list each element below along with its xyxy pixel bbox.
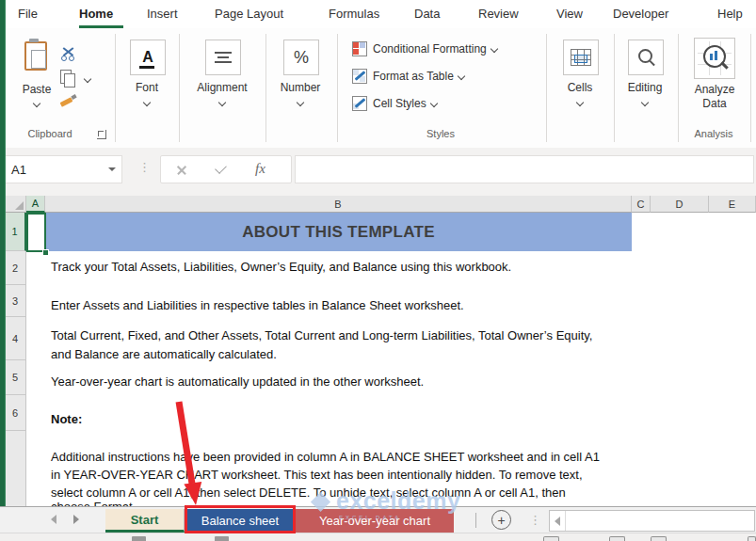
analyze-data-label: Data (702, 97, 726, 110)
cell-text[interactable]: Enter Assets and Liabilities in respecti… (51, 298, 464, 312)
formula-bar-row: A1 ⋮ fx (0, 148, 756, 196)
ribbon-tab-help[interactable]: Help (717, 7, 743, 21)
ribbon-tab-data[interactable]: Data (414, 7, 440, 21)
status-icon[interactable] (748, 536, 756, 541)
font-button[interactable]: A (130, 40, 166, 75)
cell-text[interactable]: Additional instructions have been provid… (51, 450, 600, 464)
magnifier-icon (649, 60, 655, 67)
ribbon-tab-file[interactable]: File (18, 7, 38, 21)
analyze-data-label: Analyze (695, 83, 735, 96)
enter-icon[interactable] (215, 162, 227, 174)
name-box-dropdown[interactable] (102, 155, 122, 183)
insert-function-icon[interactable]: fx (255, 161, 265, 177)
group-divider (179, 34, 180, 142)
new-sheet-button[interactable]: + (491, 510, 511, 530)
select-all-icon (15, 201, 24, 210)
sheet-tab-balance-sheet[interactable]: Balance sheet (187, 509, 293, 533)
chevron-down-icon (33, 100, 40, 107)
view-page-break-icon[interactable] (651, 536, 667, 541)
tab-scroll-left-icon[interactable] (51, 515, 56, 524)
number-button[interactable]: % (283, 40, 319, 75)
cells-label: Cells (568, 81, 593, 94)
arrow-left-icon (555, 517, 560, 526)
chevron-down-icon (297, 99, 304, 106)
ribbon-tab-formulas[interactable]: Formulas (329, 7, 379, 21)
font-label: Font (136, 81, 158, 94)
status-icon[interactable] (132, 536, 146, 541)
sheet-tab-bar: Start Balance sheet Year-over-year chart… (0, 506, 756, 533)
fill-handle[interactable] (42, 249, 49, 256)
group-divider (614, 34, 615, 142)
alignment-icon (217, 56, 229, 58)
ribbon-tab-page-layout[interactable]: Page Layout (215, 7, 283, 21)
chevron-down-icon (576, 99, 584, 106)
horizontal-scrollbar[interactable] (549, 510, 755, 532)
column-header-b[interactable]: B (45, 196, 632, 213)
formula-bar-grip[interactable]: ⋮ (138, 160, 151, 174)
paste-page-icon (31, 50, 46, 69)
cell-text[interactable]: Total Current, Fixed, and Other Assets, … (51, 328, 592, 342)
group-divider (265, 34, 266, 142)
row-header-3[interactable]: 3 (5, 285, 26, 317)
column-header-d[interactable]: D (651, 196, 709, 213)
column-header-a[interactable]: A (26, 196, 45, 213)
cell-styles-button[interactable]: Cell Styles (352, 96, 437, 111)
status-icon[interactable] (215, 536, 229, 541)
view-page-layout-icon[interactable] (609, 536, 625, 541)
editing-button[interactable] (628, 40, 664, 75)
dialog-launcher-icon[interactable] (97, 130, 106, 139)
view-normal-icon[interactable] (543, 536, 559, 541)
row-header-5[interactable]: 5 (5, 360, 26, 395)
alignment-icon (215, 52, 232, 54)
cell-text[interactable]: select column A or cell A1, then select … (51, 485, 566, 500)
chevron-down-icon (490, 45, 497, 53)
cell-text[interactable]: and Balance are automatically calculated… (51, 347, 277, 361)
ribbon-tab-view[interactable]: View (556, 7, 583, 21)
analyze-data-icon (694, 38, 735, 79)
alignment-label: Alignment (197, 81, 247, 94)
editing-label: Editing (628, 81, 663, 94)
format-painter-icon (71, 94, 76, 100)
row-header-4[interactable]: 4 (5, 317, 26, 360)
chevron-down-icon (84, 75, 91, 83)
title-banner-cell[interactable]: ABOUT THIS TEMPLATE (45, 213, 632, 251)
column-header-e[interactable]: E (709, 196, 756, 213)
tab-scroll-right-icon[interactable] (73, 515, 79, 524)
excel-window: File Home Insert Page Layout Formulas Da… (0, 0, 756, 541)
ribbon-tab-home[interactable]: Home (79, 7, 113, 21)
cell-text[interactable]: Year-over-year chart is automatically up… (51, 374, 424, 389)
row-header-6[interactable]: 6 (5, 395, 26, 431)
selected-cell-a1[interactable] (26, 213, 46, 252)
sheet-tab-year-over-year-chart[interactable]: Year-over-year chart (296, 509, 454, 533)
sheet-tab-start[interactable]: Start (105, 509, 185, 533)
format-as-table-button[interactable]: Format as Table (352, 69, 464, 84)
percent-icon: % (294, 48, 309, 68)
row-header-1[interactable]: 1 (5, 213, 26, 251)
chevron-down-icon (218, 99, 226, 106)
conditional-formatting-button[interactable]: Conditional Formatting (352, 41, 497, 56)
ribbon-menu-bar: File Home Insert Page Layout Formulas Da… (0, 0, 756, 28)
tabbar-grip[interactable]: ⋮ (529, 513, 541, 527)
select-all-corner[interactable] (5, 196, 26, 213)
ribbon-tab-review[interactable]: Review (478, 7, 519, 21)
alignment-button[interactable] (205, 40, 241, 75)
ribbon-tab-insert[interactable]: Insert (147, 7, 178, 21)
ribbon-tab-developer[interactable]: Developer (613, 7, 668, 21)
format-as-table-icon (352, 69, 367, 84)
formula-input[interactable] (295, 155, 754, 183)
row-header-2[interactable]: 2 (5, 251, 26, 285)
row-header-7[interactable] (5, 431, 26, 506)
scroll-left-button[interactable] (550, 511, 566, 531)
cell-text-note[interactable]: Note: (51, 412, 82, 426)
cancel-icon[interactable] (176, 165, 187, 176)
column-header-c[interactable]: C (632, 196, 651, 213)
font-icon: A (142, 50, 153, 65)
group-divider (678, 34, 679, 142)
cell-text[interactable]: in YEAR-OVER-YEAR CHART worksheet. This … (51, 468, 583, 482)
cell-styles-icon (352, 96, 367, 111)
cell-text[interactable]: Track your Total Assets, Liabilities, Ow… (51, 260, 511, 274)
format-as-table-label: Format as Table (373, 70, 454, 83)
cells-button[interactable] (563, 40, 599, 75)
analysis-group-label: Analysis (695, 128, 733, 139)
group-divider (546, 34, 547, 142)
